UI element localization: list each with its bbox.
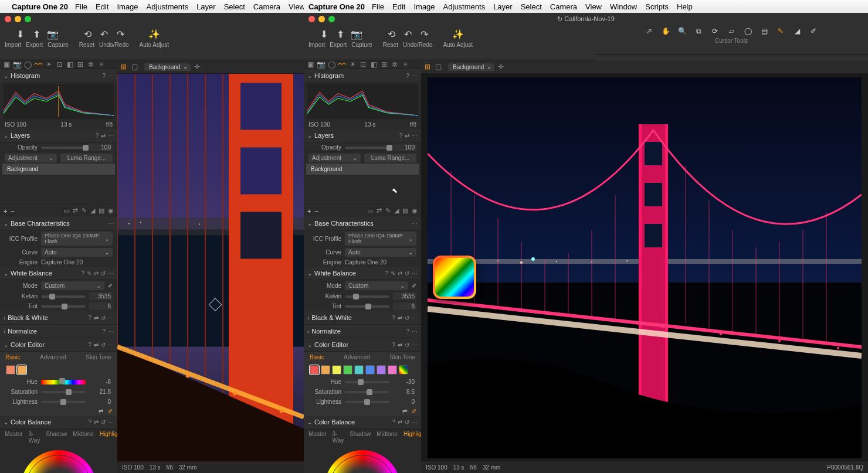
tab-capture-icon[interactable]: 📷 <box>13 60 21 69</box>
swatch-purple[interactable] <box>377 365 386 375</box>
copy-icon[interactable]: ⇄ <box>94 419 99 426</box>
image-viewer-left[interactable] <box>117 74 304 461</box>
pointer-icon[interactable]: ⬀ <box>645 27 653 35</box>
chevron-right-icon[interactable]: › <box>4 315 5 321</box>
help-icon[interactable]: ? <box>102 73 106 79</box>
chevron-right-icon[interactable]: › <box>4 328 5 335</box>
tab-library-icon[interactable]: ▣ <box>306 60 314 69</box>
tab-output-icon[interactable]: ✲ <box>87 60 95 69</box>
color-editor-floating-icon[interactable] <box>433 256 476 299</box>
autoadjust-icon[interactable]: ✨ <box>149 29 160 39</box>
swap-icon[interactable]: ⇄ <box>99 408 103 414</box>
tab-metadata-icon[interactable]: ⊞ <box>380 60 388 69</box>
menu-icon[interactable]: ⋯ <box>108 328 114 335</box>
chevron-down-icon[interactable]: ⌄ <box>4 220 8 227</box>
tab-skintone[interactable]: Skin Tone <box>86 354 111 360</box>
hue-slider[interactable] <box>345 381 389 383</box>
export-icon[interactable]: ⬆ <box>31 29 42 39</box>
opacity-slider[interactable] <box>345 147 389 149</box>
tint-slider[interactable] <box>41 305 86 308</box>
tab-styles-icon[interactable]: ◧ <box>66 60 74 69</box>
help-icon[interactable]: ? <box>95 132 99 139</box>
tab-batch-icon[interactable]: ≡ <box>401 60 409 69</box>
redo-icon[interactable]: ↷ <box>419 29 429 39</box>
autoadjust-icon[interactable]: ✨ <box>453 29 463 39</box>
minimize-icon[interactable] <box>318 16 325 22</box>
tab-lens-icon[interactable]: ◯ <box>327 60 335 69</box>
tab-lens-icon[interactable]: ◯ <box>23 60 32 69</box>
chevron-down-icon[interactable]: ⌄ <box>4 342 8 348</box>
chevron-down-icon[interactable]: ⌄ <box>4 73 8 79</box>
add-icon[interactable]: ✛ <box>193 63 201 71</box>
keystone-icon[interactable]: ▱ <box>727 27 735 35</box>
reset-icon[interactable]: ↺ <box>101 270 106 277</box>
remove-layer-icon[interactable]: − <box>314 207 318 215</box>
swatch-blue[interactable] <box>365 365 375 375</box>
sat-slider[interactable] <box>41 391 86 393</box>
reset-icon[interactable]: ↺ <box>101 342 106 348</box>
chevron-down-icon[interactable]: ⌄ <box>4 419 8 426</box>
menu-adjustments[interactable]: Adjustments <box>147 2 189 11</box>
layer-background[interactable]: Background <box>306 164 419 175</box>
swap-icon[interactable]: ⇄ <box>402 408 407 414</box>
tab-capture-icon[interactable]: 📷 <box>317 60 325 69</box>
menu-icon[interactable]: ⋯ <box>108 220 114 227</box>
swatch-orange[interactable] <box>321 365 330 375</box>
tab-basic[interactable]: Basic <box>6 354 20 360</box>
menu-view[interactable]: View <box>289 2 305 11</box>
menu-icon[interactable]: ⋯ <box>108 315 114 321</box>
help-icon[interactable]: ? <box>88 315 91 321</box>
menu-icon[interactable]: ⋯ <box>108 419 114 426</box>
menu-select[interactable]: Select <box>224 2 245 11</box>
tab-details-icon[interactable]: ⊡ <box>359 60 367 69</box>
menu-layer[interactable]: Layer <box>196 2 216 11</box>
color-wheel[interactable] <box>21 450 97 473</box>
menu-icon[interactable]: ⋯ <box>108 342 114 348</box>
color-wheel[interactable] <box>324 450 401 473</box>
view-grid-icon[interactable]: ⊞ <box>120 63 128 71</box>
add-layer-icon[interactable]: + <box>307 207 311 215</box>
tab-exposure-icon[interactable]: ☀ <box>45 60 53 69</box>
sat-slider[interactable] <box>345 391 389 393</box>
swatch-red[interactable] <box>310 365 319 375</box>
minimize-icon[interactable] <box>15 16 21 22</box>
tab-advanced[interactable]: Advanced <box>344 354 369 360</box>
tab-color-icon[interactable]: ᴖᴖ <box>338 60 346 69</box>
hue-slider[interactable] <box>41 380 86 384</box>
chevron-down-icon[interactable]: ⌄ <box>4 132 8 139</box>
menu-edit[interactable]: Edit <box>96 2 108 11</box>
swatch-green[interactable] <box>343 365 352 375</box>
radial-icon[interactable]: ◉ <box>108 207 114 215</box>
kelvin-slider[interactable] <box>41 295 86 298</box>
adjustment-select[interactable]: Adjustment⌄ <box>5 154 57 162</box>
image-viewer-right[interactable] <box>421 74 868 461</box>
tab-styles-icon[interactable]: ◧ <box>369 60 378 69</box>
add-layer-icon[interactable]: + <box>4 207 7 215</box>
redo-icon[interactable]: ↷ <box>115 29 126 39</box>
swatch-all[interactable] <box>399 365 408 375</box>
wb-mode-select[interactable]: Custom⌄ <box>41 281 104 290</box>
menu-image[interactable]: Image <box>117 2 138 11</box>
spot-icon[interactable]: ◯ <box>744 27 752 35</box>
brush-icon[interactable]: ✎ <box>82 207 87 215</box>
copy-icon[interactable]: ⇄ <box>94 270 99 277</box>
view-single-icon[interactable]: ▢ <box>130 63 138 71</box>
adjustment-select[interactable]: Adjustment⌄ <box>308 154 361 162</box>
help-icon[interactable]: ? <box>81 270 84 277</box>
copy-icon[interactable]: ⇄ <box>94 315 99 321</box>
help-icon[interactable]: ? <box>88 342 91 348</box>
import-icon[interactable]: ⬇ <box>318 29 329 39</box>
eyedropper-icon[interactable]: ✐ <box>108 283 113 289</box>
gradient-icon[interactable]: ▤ <box>99 207 104 215</box>
hue-value[interactable]: -8 <box>89 378 113 386</box>
help-icon[interactable]: ? <box>88 419 91 426</box>
curve-select[interactable]: Auto⌄ <box>41 248 113 257</box>
light-slider[interactable] <box>41 401 86 403</box>
reset-icon[interactable]: ↺ <box>101 419 106 426</box>
kelvin-value[interactable]: 3535 <box>89 292 113 300</box>
hand-icon[interactable]: ✋ <box>662 27 670 35</box>
tab-library-icon[interactable]: ▣ <box>2 60 11 69</box>
cb-shadow[interactable]: Shadow <box>46 431 67 444</box>
luma-range-button[interactable]: Luma Range... <box>364 154 416 162</box>
mask-preset-icon[interactable]: ⇄ <box>73 207 78 215</box>
